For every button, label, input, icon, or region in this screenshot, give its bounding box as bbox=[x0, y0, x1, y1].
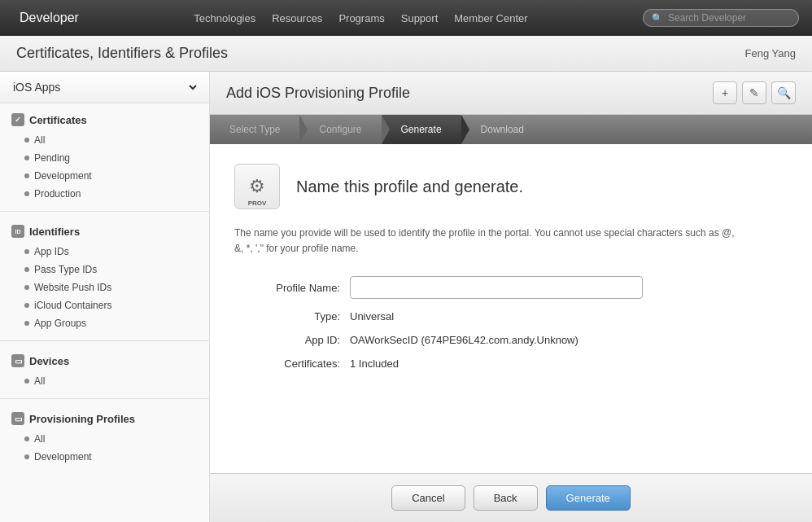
dot-icon bbox=[24, 267, 29, 272]
dot-icon bbox=[24, 303, 29, 308]
form-area: ⚙ PROV Name this profile and generate. T… bbox=[210, 144, 812, 473]
wizard-step-label: Download bbox=[481, 124, 524, 135]
sidebar-item-pass-type-ids[interactable]: Pass Type IDs bbox=[0, 261, 209, 279]
sidebar-item-prov-all[interactable]: All bbox=[0, 430, 209, 448]
certificates-label: Certificates bbox=[29, 114, 87, 126]
identifiers-header[interactable]: ID Identifiers bbox=[0, 220, 209, 243]
sidebar-item-icloud-containers[interactable]: iCloud Containers bbox=[0, 296, 209, 314]
sidebar-dropdown[interactable]: iOS Apps Mac Apps bbox=[0, 72, 209, 103]
add-button[interactable]: + bbox=[713, 81, 737, 104]
certificates-icon: ✓ bbox=[11, 113, 24, 126]
dot-icon bbox=[24, 249, 29, 254]
form-footer: Cancel Back Generate bbox=[210, 473, 812, 522]
content-title: Add iOS Provisioning Profile bbox=[226, 85, 410, 102]
ios-apps-select[interactable]: iOS Apps Mac Apps bbox=[10, 80, 199, 94]
content-actions: + ✎ 🔍 bbox=[713, 81, 796, 104]
sidebar-item-website-push-ids[interactable]: Website Push IDs bbox=[0, 279, 209, 296]
nav-links: Technologies Resources Programs Support … bbox=[98, 12, 623, 24]
sidebar-section-devices: ▭ Devices All bbox=[0, 344, 209, 395]
dot-icon bbox=[24, 436, 29, 441]
arrow-icon bbox=[299, 115, 308, 144]
sidebar: iOS Apps Mac Apps ✓ Certificates All Pen… bbox=[0, 72, 210, 522]
search-input[interactable] bbox=[668, 12, 790, 24]
provisioning-icon: ▭ bbox=[11, 412, 24, 425]
cancel-button[interactable]: Cancel bbox=[391, 485, 465, 511]
search-button[interactable]: 🔍 bbox=[771, 81, 796, 104]
brand: Developer bbox=[13, 11, 79, 25]
sidebar-item-cert-all[interactable]: All bbox=[0, 131, 209, 149]
profile-name-row: Profile Name: bbox=[234, 276, 788, 299]
edit-button[interactable]: ✎ bbox=[742, 81, 766, 104]
search-box: 🔍 bbox=[643, 9, 799, 27]
brand-label: Developer bbox=[20, 11, 79, 25]
nav-resources[interactable]: Resources bbox=[272, 12, 322, 24]
search-icon: 🔍 bbox=[652, 13, 663, 24]
sub-header: Certificates, Identifiers & Profiles Fen… bbox=[0, 36, 812, 72]
app-id-row: App ID: OAWorkSecID (674PE96L42.com.andy… bbox=[234, 334, 788, 346]
sidebar-item-prov-development[interactable]: Development bbox=[0, 448, 209, 466]
devices-icon: ▭ bbox=[11, 354, 24, 367]
provisioning-label: Provisioning Profiles bbox=[29, 413, 135, 425]
sidebar-item-app-groups[interactable]: App Groups bbox=[0, 314, 209, 332]
provisioning-header[interactable]: ▭ Provisioning Profiles bbox=[0, 407, 209, 430]
divider-3 bbox=[0, 398, 209, 399]
sidebar-section-certificates: ✓ Certificates All Pending Development P… bbox=[0, 103, 209, 208]
prov-icon-box: ⚙ PROV bbox=[234, 164, 280, 209]
identifiers-icon: ID bbox=[11, 225, 24, 238]
sidebar-item-cert-production[interactable]: Production bbox=[0, 185, 209, 203]
dot-icon bbox=[24, 454, 29, 459]
type-value: Universal bbox=[350, 310, 394, 322]
devices-header[interactable]: ▭ Devices bbox=[0, 349, 209, 372]
nav-programs[interactable]: Programs bbox=[338, 12, 384, 24]
dot-icon bbox=[24, 191, 29, 196]
dot-icon bbox=[24, 173, 29, 178]
gear-icon: ⚙ bbox=[249, 176, 265, 197]
certificates-value: 1 Included bbox=[350, 358, 399, 370]
type-label: Type: bbox=[234, 310, 340, 322]
dot-icon bbox=[24, 156, 29, 160]
wizard-step-label: Configure bbox=[319, 124, 361, 135]
nav-technologies[interactable]: Technologies bbox=[194, 12, 255, 24]
wizard-step-download[interactable]: Download bbox=[461, 115, 544, 144]
profile-name-label: Profile Name: bbox=[234, 282, 340, 294]
sidebar-item-cert-pending[interactable]: Pending bbox=[0, 149, 209, 167]
back-button[interactable]: Back bbox=[474, 485, 538, 511]
top-nav: Developer Technologies Resources Program… bbox=[0, 0, 812, 36]
nav-support[interactable]: Support bbox=[401, 12, 439, 24]
sidebar-item-devices-all[interactable]: All bbox=[0, 372, 209, 390]
wizard-steps: Select Type Configure Generate Download bbox=[210, 115, 812, 144]
wizard-step-select-type[interactable]: Select Type bbox=[210, 115, 299, 144]
profile-header: ⚙ PROV Name this profile and generate. bbox=[234, 164, 788, 209]
form-heading: Name this profile and generate. bbox=[296, 178, 523, 196]
user-name[interactable]: Feng Yang bbox=[745, 47, 796, 59]
app-id-label: App ID: bbox=[234, 334, 340, 346]
type-row: Type: Universal bbox=[234, 310, 788, 322]
certificates-row: Certificates: 1 Included bbox=[234, 358, 788, 370]
divider-2 bbox=[0, 340, 209, 341]
info-text: The name you provide will be used to ide… bbox=[234, 226, 739, 257]
arrow-icon bbox=[461, 115, 469, 144]
arrow-icon bbox=[382, 115, 390, 144]
dot-icon bbox=[24, 285, 29, 290]
nav-member-center[interactable]: Member Center bbox=[454, 12, 527, 24]
divider-1 bbox=[0, 211, 209, 212]
page-title: Certificates, Identifiers & Profiles bbox=[16, 45, 228, 62]
content-header: Add iOS Provisioning Profile + ✎ 🔍 bbox=[210, 72, 812, 115]
dot-icon bbox=[24, 379, 29, 384]
app-id-value: OAWorkSecID (674PE96L42.com.andy.Unknow) bbox=[350, 334, 578, 346]
profile-name-input[interactable] bbox=[350, 276, 643, 299]
wizard-step-configure[interactable]: Configure bbox=[299, 115, 381, 144]
sidebar-item-cert-development[interactable]: Development bbox=[0, 167, 209, 185]
main-layout: iOS Apps Mac Apps ✓ Certificates All Pen… bbox=[0, 72, 812, 522]
certificates-label: Certificates: bbox=[234, 358, 340, 370]
identifiers-label: Identifiers bbox=[29, 226, 80, 238]
wizard-step-label: Generate bbox=[401, 124, 442, 135]
generate-button[interactable]: Generate bbox=[546, 485, 631, 511]
sidebar-item-app-ids[interactable]: App IDs bbox=[0, 243, 209, 261]
devices-label: Devices bbox=[29, 355, 69, 367]
certificates-header[interactable]: ✓ Certificates bbox=[0, 108, 209, 131]
content-area: Add iOS Provisioning Profile + ✎ 🔍 Selec… bbox=[210, 72, 812, 522]
prov-icon-label: PROV bbox=[235, 200, 279, 207]
wizard-step-generate[interactable]: Generate bbox=[382, 115, 461, 144]
wizard-step-label: Select Type bbox=[229, 124, 280, 135]
